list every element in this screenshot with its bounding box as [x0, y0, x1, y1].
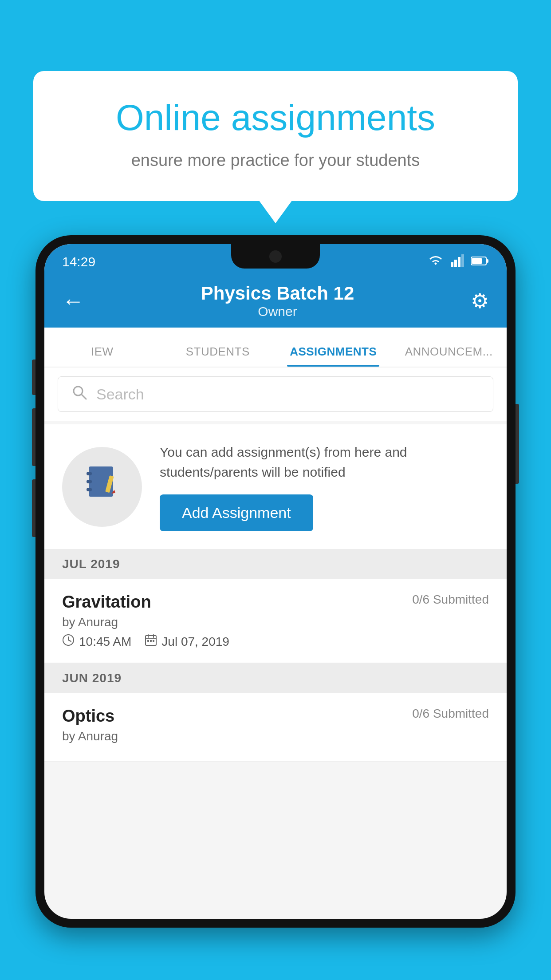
assignment-submitted-optics: 0/6 Submitted	[412, 707, 489, 721]
assignment-time: 10:45 AM	[62, 634, 131, 649]
assignment-by: by Anurag	[62, 615, 489, 629]
info-text: You can add assignment(s) from here and …	[160, 442, 489, 482]
status-time: 14:29	[62, 254, 95, 269]
assignment-date: Jul 07, 2019	[145, 634, 229, 649]
svg-rect-12	[87, 488, 92, 491]
phone-button-right	[516, 404, 519, 484]
section-header-jul: JUL 2019	[44, 549, 507, 579]
header-subtitle: Owner	[201, 304, 354, 319]
svg-rect-23	[150, 640, 152, 642]
svg-rect-1	[454, 260, 457, 267]
assignment-name: Gravitation	[62, 593, 151, 612]
search-bar[interactable]: Search	[58, 376, 493, 412]
svg-rect-10	[87, 472, 92, 475]
phone-camera	[269, 250, 282, 263]
time-value: 10:45 AM	[79, 635, 131, 649]
speech-bubble: Online assignments ensure more practice …	[33, 71, 518, 201]
svg-line-8	[82, 395, 86, 399]
settings-icon[interactable]: ⚙	[471, 289, 489, 313]
tab-students[interactable]: STUDENTS	[160, 345, 276, 367]
phone-button-left2	[32, 408, 35, 466]
svg-rect-0	[451, 262, 453, 267]
date-value: Jul 07, 2019	[161, 635, 229, 649]
info-right: You can add assignment(s) from here and …	[160, 442, 489, 531]
speech-bubble-container: Online assignments ensure more practice …	[33, 71, 518, 201]
svg-rect-2	[458, 257, 460, 267]
tab-announcements[interactable]: ANNOUNCEM...	[391, 345, 507, 367]
assignment-top: Gravitation 0/6 Submitted	[62, 593, 489, 612]
phone-container: 14:29	[35, 235, 516, 980]
search-placeholder: Search	[96, 386, 144, 403]
search-icon	[71, 384, 87, 404]
assignment-item-gravitation[interactable]: Gravitation 0/6 Submitted by Anurag	[44, 579, 507, 663]
add-assignment-button[interactable]: Add Assignment	[160, 494, 313, 531]
svg-rect-3	[461, 254, 464, 267]
svg-rect-6	[487, 259, 488, 263]
notebook-icon-circle	[62, 447, 142, 527]
battery-icon	[471, 255, 489, 269]
svg-rect-24	[153, 640, 154, 642]
svg-rect-5	[472, 258, 482, 264]
svg-rect-22	[147, 640, 149, 642]
assignment-submitted: 0/6 Submitted	[412, 593, 489, 607]
assignment-top-optics: Optics 0/6 Submitted	[62, 707, 489, 726]
header-center: Physics Batch 12 Owner	[201, 283, 354, 319]
tab-iew[interactable]: IEW	[44, 345, 160, 367]
signal-icon	[451, 254, 464, 270]
info-section: You can add assignment(s) from here and …	[44, 424, 507, 549]
svg-line-17	[68, 640, 71, 641]
assignment-meta: 10:45 AM	[62, 634, 489, 649]
section-header-jun: JUN 2019	[44, 663, 507, 693]
assignment-by-optics: by Anurag	[62, 729, 489, 743]
tabs-bar: IEW STUDENTS ASSIGNMENTS ANNOUNCEM...	[44, 328, 507, 368]
speech-bubble-title: Online assignments	[64, 98, 487, 138]
status-icons	[428, 254, 489, 270]
assignment-name-optics: Optics	[62, 707, 114, 726]
phone-screen: 14:29	[44, 244, 507, 919]
tab-assignments[interactable]: ASSIGNMENTS	[276, 345, 391, 367]
speech-bubble-subtitle: ensure more practice for your students	[64, 151, 487, 170]
wifi-icon	[428, 254, 444, 270]
calendar-icon	[145, 634, 157, 649]
search-container: Search	[44, 368, 507, 421]
clock-icon	[62, 634, 75, 649]
phone-outer: 14:29	[35, 235, 516, 928]
phone-button-left1	[32, 360, 35, 395]
phone-notch	[231, 244, 320, 269]
app-header: ← Physics Batch 12 Owner ⚙	[44, 274, 507, 328]
assignment-item-optics[interactable]: Optics 0/6 Submitted by Anurag	[44, 693, 507, 762]
notebook-icon	[82, 462, 122, 511]
svg-rect-11	[87, 480, 92, 483]
header-title: Physics Batch 12	[201, 283, 354, 304]
phone-button-left3	[32, 479, 35, 537]
back-button[interactable]: ←	[62, 288, 84, 314]
